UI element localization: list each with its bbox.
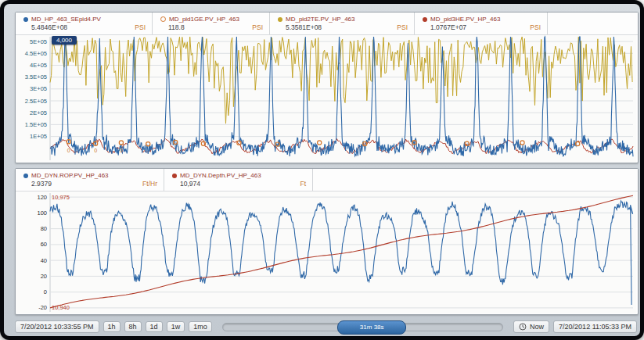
svg-text:120: 120 (37, 194, 47, 201)
now-label: Now (530, 323, 544, 331)
start-timestamp: 7/20/2012 10:33:55 PM (15, 320, 99, 333)
end-timestamp: 7/20/2012 11:05:33 PM (553, 320, 637, 333)
clock-icon (519, 323, 527, 331)
series-value: 5.3581E+08 (286, 23, 322, 31)
svg-text:0: 0 (44, 288, 47, 295)
series-marker-icon (278, 17, 282, 22)
svg-text:4E+05: 4E+05 (30, 62, 47, 69)
scale-badge: 4,000 (52, 36, 77, 45)
svg-text:0: 0 (94, 148, 97, 153)
legend-entry-pid2te[interactable]: MD_pid2TE.PV_HP_463 5.3581E+08 PSI (270, 13, 415, 34)
svg-text:0: 0 (120, 148, 123, 153)
svg-text:3E+05: 3E+05 (30, 85, 47, 92)
legend-entry-pid3he[interactable]: MD_pid3HE.PV_HP_463 1.0767E+07 PSI (415, 13, 548, 34)
app-window: MD_HP_463_SEpid4.PV 5.4846E+08 PSI MD_pi… (0, 0, 644, 340)
series-unit: Ft (300, 180, 306, 188)
svg-text:2E+05: 2E+05 (30, 109, 47, 116)
series-name: MD_pid2TE.PV_HP_463 (286, 16, 355, 23)
range-button-8h[interactable]: 8h (124, 321, 142, 332)
svg-text:40: 40 (41, 257, 47, 264)
series-marker-icon (160, 16, 166, 22)
range-button-1d[interactable]: 1d (146, 321, 163, 332)
series-value: 1.0767E+07 (430, 23, 466, 31)
series-marker-icon (172, 174, 177, 178)
series-name: MD_DYN.Depth.PV_HP_463 (180, 172, 261, 179)
range-button-1h[interactable]: 1h (103, 321, 121, 332)
svg-text:4.5E+05: 4.5E+05 (25, 50, 47, 57)
svg-text:100: 100 (37, 209, 47, 217)
series-name: MD_pid1GE.PV_HP_463 (169, 16, 239, 23)
top-chart-plot[interactable]: 5E+054.5E+054E+053.5E+053E+052.5E+052E+0… (16, 35, 636, 162)
series-name: MD_HP_463_SEpid4.PV (31, 16, 101, 23)
svg-text:3.5E+05: 3.5E+05 (25, 73, 47, 81)
svg-text:10,975: 10,975 (52, 194, 70, 201)
svg-text:2.5E+05: 2.5E+05 (25, 98, 47, 105)
legend-entry-pid1ge[interactable]: MD_pid1GE.PV_HP_463 118.8 PSI (153, 13, 270, 34)
range-button-1mo[interactable]: 1mo (189, 321, 212, 332)
svg-text:5E+05: 5E+05 (30, 38, 47, 45)
time-scrollbar-thumb[interactable]: 31m 38s (337, 320, 406, 335)
svg-text:20: 20 (41, 273, 47, 280)
svg-text:1.5E+05: 1.5E+05 (25, 121, 47, 128)
bottom-trend-panel: MD_DYN.ROP.PV_HP_463 2.9379 Ft/Hr MD_DYN… (15, 168, 639, 315)
series-unit: Ft/Hr (142, 180, 157, 188)
series-marker-icon (423, 17, 427, 22)
series-value: 10,974 (180, 180, 200, 188)
series-name: MD_DYN.ROP.PV_HP_463 (31, 172, 109, 179)
time-toolbar: 7/20/2012 10:33:55 PM 1h 8h 1d 1w 1mo 31… (15, 318, 637, 335)
bottom-chart-plot[interactable]: 120100806040200-2010,97510,940 (16, 191, 636, 313)
legend-entry-sepid4[interactable]: MD_HP_463_SEpid4.PV 5.4846E+08 PSI (16, 13, 153, 34)
legend-entry-depth[interactable]: MD_DYN.Depth.PV_HP_463 10,974 Ft (164, 169, 313, 191)
legend-entry-rop[interactable]: MD_DYN.ROP.PV_HP_463 2.9379 Ft/Hr (16, 169, 164, 191)
series-unit: PSI (135, 23, 146, 31)
series-unit: PSI (252, 23, 263, 31)
svg-text:1E+05: 1E+05 (30, 133, 47, 140)
series-unit: PSI (530, 23, 541, 31)
series-marker-icon (23, 174, 28, 178)
top-trend-panel: MD_HP_463_SEpid4.PV 5.4846E+08 PSI MD_pi… (15, 12, 639, 163)
series-value: 2.9379 (31, 180, 52, 188)
series-marker-icon (23, 17, 28, 22)
range-button-1w[interactable]: 1w (167, 321, 185, 332)
series-value: 5.4846E+08 (31, 23, 67, 31)
svg-text:60: 60 (41, 241, 47, 248)
top-legend: MD_HP_463_SEpid4.PV 5.4846E+08 PSI MD_pi… (16, 13, 638, 35)
series-value: 118.8 (168, 23, 185, 31)
svg-text:0: 0 (67, 148, 70, 153)
svg-text:80: 80 (41, 225, 47, 232)
svg-text:-20: -20 (38, 304, 47, 311)
now-button[interactable]: Now (513, 320, 549, 333)
series-name: MD_pid3HE.PV_HP_463 (430, 16, 500, 23)
trend-app-surface: MD_HP_463_SEpid4.PV 5.4846E+08 PSI MD_pi… (4, 4, 640, 336)
series-unit: PSI (397, 23, 408, 31)
time-scrollbar-track[interactable]: 31m 38s (222, 323, 503, 331)
bottom-legend: MD_DYN.ROP.PV_HP_463 2.9379 Ft/Hr MD_DYN… (16, 169, 638, 191)
